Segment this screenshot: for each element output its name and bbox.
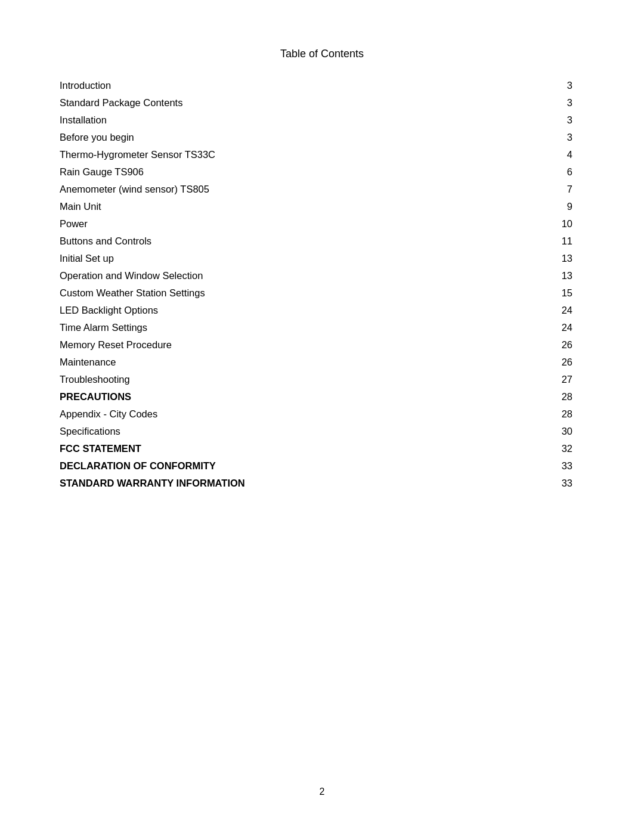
- toc-entry-page: 33: [506, 475, 584, 492]
- toc-row: PRECAUTIONS28: [60, 388, 584, 405]
- toc-row: Initial Set up13: [60, 250, 584, 267]
- toc-row: Operation and Window Selection13: [60, 267, 584, 284]
- toc-table: Introduction3Standard Package Contents3I…: [60, 77, 584, 492]
- toc-row: Troubleshooting27: [60, 371, 584, 388]
- toc-entry-page: 26: [506, 354, 584, 371]
- toc-entry-label: Buttons and Controls: [60, 233, 506, 250]
- toc-row: Power10: [60, 215, 584, 233]
- toc-row: Maintenance26: [60, 354, 584, 371]
- toc-entry-page: 3: [506, 129, 584, 146]
- toc-entry-page: 24: [506, 319, 584, 336]
- toc-entry-label: Power: [60, 215, 506, 233]
- toc-row: Time Alarm Settings24: [60, 319, 584, 336]
- toc-entry-label: Operation and Window Selection: [60, 267, 506, 284]
- toc-row: STANDARD WARRANTY INFORMATION33: [60, 475, 584, 492]
- toc-row: Appendix - City Codes28: [60, 405, 584, 423]
- toc-entry-label: Initial Set up: [60, 250, 506, 267]
- toc-row: DECLARATION OF CONFORMITY33: [60, 457, 584, 475]
- toc-entry-page: 3: [506, 94, 584, 112]
- toc-entry-page: 11: [506, 233, 584, 250]
- toc-entry-page: 28: [506, 405, 584, 423]
- toc-entry-label: Before you begin: [60, 129, 506, 146]
- toc-entry-page: 30: [506, 423, 584, 440]
- toc-entry-page: 10: [506, 215, 584, 233]
- toc-title: Table of Contents: [60, 48, 584, 60]
- toc-entry-page: 4: [506, 146, 584, 163]
- toc-entry-label: Memory Reset Procedure: [60, 336, 506, 354]
- toc-entry-label: Standard Package Contents: [60, 94, 506, 112]
- toc-entry-label: Installation: [60, 112, 506, 129]
- toc-entry-page: 3: [506, 112, 584, 129]
- toc-row: Introduction3: [60, 77, 584, 94]
- toc-row: Rain Gauge TS9066: [60, 163, 584, 181]
- toc-entry-label: Rain Gauge TS906: [60, 163, 506, 181]
- toc-row: Before you begin3: [60, 129, 584, 146]
- toc-entry-page: 28: [506, 388, 584, 405]
- toc-entry-label: LED Backlight Options: [60, 302, 506, 319]
- toc-row: Custom Weather Station Settings15: [60, 284, 584, 302]
- toc-entry-page: 7: [506, 181, 584, 198]
- toc-row: Specifications30: [60, 423, 584, 440]
- toc-row: Memory Reset Procedure26: [60, 336, 584, 354]
- toc-row: Anemometer (wind sensor) TS8057: [60, 181, 584, 198]
- toc-entry-page: 3: [506, 77, 584, 94]
- toc-entry-page: 13: [506, 250, 584, 267]
- toc-entry-page: 9: [506, 198, 584, 215]
- toc-entry-label: STANDARD WARRANTY INFORMATION: [60, 475, 506, 492]
- toc-row: Thermo-Hygrometer Sensor TS33C4: [60, 146, 584, 163]
- toc-entry-page: 24: [506, 302, 584, 319]
- toc-entry-page: 6: [506, 163, 584, 181]
- toc-entry-label: Troubleshooting: [60, 371, 506, 388]
- toc-entry-label: Maintenance: [60, 354, 506, 371]
- toc-row: Buttons and Controls11: [60, 233, 584, 250]
- toc-entry-label: FCC STATEMENT: [60, 440, 506, 457]
- toc-row: Standard Package Contents3: [60, 94, 584, 112]
- toc-entry-label: Appendix - City Codes: [60, 405, 506, 423]
- toc-entry-page: 27: [506, 371, 584, 388]
- toc-row: Main Unit9: [60, 198, 584, 215]
- toc-entry-label: Introduction: [60, 77, 506, 94]
- toc-entry-page: 26: [506, 336, 584, 354]
- toc-entry-label: Main Unit: [60, 198, 506, 215]
- toc-entry-label: Custom Weather Station Settings: [60, 284, 506, 302]
- toc-row: LED Backlight Options24: [60, 302, 584, 319]
- toc-entry-page: 15: [506, 284, 584, 302]
- toc-entry-label: PRECAUTIONS: [60, 388, 506, 405]
- page-container: Table of Contents Introduction3Standard …: [0, 0, 644, 833]
- toc-entry-page: 33: [506, 457, 584, 475]
- toc-entry-page: 13: [506, 267, 584, 284]
- toc-entry-label: Specifications: [60, 423, 506, 440]
- toc-entry-label: Time Alarm Settings: [60, 319, 506, 336]
- page-number: 2: [320, 786, 325, 797]
- toc-row: Installation3: [60, 112, 584, 129]
- toc-entry-label: Thermo-Hygrometer Sensor TS33C: [60, 146, 506, 163]
- toc-entry-page: 32: [506, 440, 584, 457]
- toc-entry-label: Anemometer (wind sensor) TS805: [60, 181, 506, 198]
- toc-row: FCC STATEMENT32: [60, 440, 584, 457]
- toc-entry-label: DECLARATION OF CONFORMITY: [60, 457, 506, 475]
